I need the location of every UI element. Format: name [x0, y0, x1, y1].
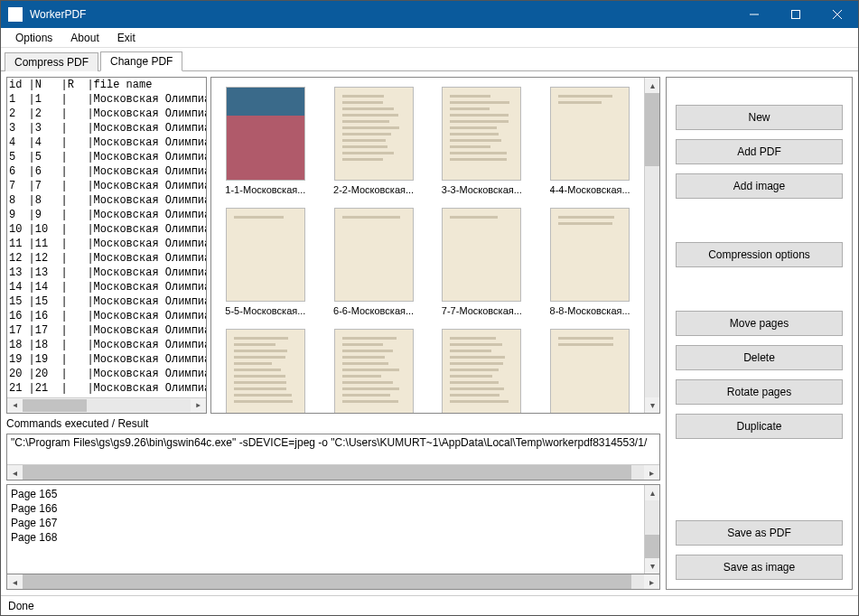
page-list[interactable]: id |N |R |file name 1 |1 | |Московская О…: [6, 77, 207, 414]
result-output[interactable]: Page 165Page 166Page 167Page 168 ▴ ▾: [6, 484, 660, 574]
commands-label: Commands executed / Result: [6, 417, 660, 430]
command-output[interactable]: "C:\Program Files\gs\gs9.26\bin\gswin64c…: [6, 434, 660, 481]
menu-bar: Options About Exit: [1, 28, 858, 48]
move-pages-button[interactable]: Move pages: [676, 311, 843, 336]
thumbnail-item[interactable]: 5-5-Московская...: [215, 208, 316, 316]
menu-exit[interactable]: Exit: [108, 30, 145, 46]
scroll-up-icon[interactable]: ▴: [645, 78, 659, 93]
result-line: Page 165: [11, 487, 640, 501]
menu-options[interactable]: Options: [6, 30, 61, 46]
save-as-pdf-button[interactable]: Save as PDF: [676, 520, 843, 546]
page-thumbnail[interactable]: [550, 329, 630, 413]
result-line: Page 167: [11, 516, 640, 530]
thumbnail-label: 2-2-Московская...: [333, 184, 414, 195]
page-thumbnail[interactable]: [550, 208, 630, 302]
result-line: Page 168: [11, 530, 640, 545]
thumbnail-item[interactable]: 8-8-Московская...: [539, 208, 640, 316]
rotate-pages-button[interactable]: Rotate pages: [676, 379, 843, 405]
tab-bar: Compress PDF Change PDF: [1, 50, 858, 71]
thumbnail-label: 5-5-Московская...: [225, 305, 305, 316]
page-thumbnail[interactable]: [334, 329, 414, 413]
command-hscroll[interactable]: ◂ ▸: [7, 464, 659, 480]
new-button[interactable]: New: [676, 105, 843, 130]
app-icon: [8, 7, 23, 22]
minimize-button[interactable]: [733, 1, 775, 28]
tab-change-pdf[interactable]: Change PDF: [100, 51, 182, 71]
thumbnail-label: 3-3-Московская...: [442, 184, 522, 195]
thumbnail-item[interactable]: 2-2-Московская...: [323, 87, 425, 195]
titlebar: WorkerPDF: [1, 1, 858, 28]
page-thumbnail[interactable]: [442, 329, 521, 413]
duplicate-button[interactable]: Duplicate: [676, 414, 843, 439]
scroll-down-icon[interactable]: ▾: [645, 397, 659, 413]
page-thumbnail[interactable]: [226, 208, 305, 302]
add-image-button[interactable]: Add image: [676, 173, 843, 199]
actions-panel: New Add PDF Add image Compression option…: [666, 77, 853, 590]
scroll-up-icon[interactable]: ▴: [645, 485, 659, 500]
scroll-right-icon[interactable]: ▸: [191, 398, 206, 413]
thumbnail-item[interactable]: 1-1-Московская...: [215, 87, 316, 195]
scroll-right-icon[interactable]: ▸: [644, 465, 659, 480]
delete-button[interactable]: Delete: [676, 345, 843, 370]
thumbnail-label: 6-6-Московская...: [333, 305, 414, 316]
thumbnail-item[interactable]: 10-10-Московск...: [323, 329, 425, 413]
thumbnail-item[interactable]: 3-3-Московская...: [432, 87, 533, 195]
menu-about[interactable]: About: [61, 30, 107, 46]
add-pdf-button[interactable]: Add PDF: [676, 139, 843, 164]
page-thumbnail[interactable]: [226, 87, 305, 181]
maximize-button[interactable]: [775, 1, 817, 28]
scroll-right-icon[interactable]: ▸: [644, 574, 659, 589]
scroll-down-icon[interactable]: ▾: [645, 558, 659, 574]
thumbnail-item[interactable]: 9-9-Московская...: [215, 329, 316, 413]
scroll-left-icon[interactable]: ◂: [7, 465, 23, 480]
thumbnail-label: 4-4-Московская...: [550, 184, 630, 195]
scroll-left-icon[interactable]: ◂: [7, 574, 23, 589]
page-list-hscroll[interactable]: ◂ ▸: [7, 397, 206, 413]
status-bar: Done: [1, 595, 858, 615]
thumbnail-item[interactable]: 11-11-Московск...: [432, 329, 533, 413]
close-button[interactable]: [817, 1, 858, 28]
thumbnail-label: 8-8-Московская...: [550, 305, 630, 316]
thumbnail-item[interactable]: 7-7-Московская...: [432, 208, 533, 316]
page-thumbnail[interactable]: [226, 329, 305, 413]
save-as-image-button[interactable]: Save as image: [676, 555, 843, 580]
thumbnail-label: 7-7-Московская...: [442, 305, 522, 316]
window-title: WorkerPDF: [30, 8, 733, 21]
result-vscroll[interactable]: ▴ ▾: [644, 485, 659, 574]
command-text: "C:\Program Files\gs\gs9.26\bin\gswin64c…: [7, 434, 659, 464]
page-thumbnail[interactable]: [334, 208, 414, 302]
page-thumbnail[interactable]: [334, 87, 414, 181]
scroll-left-icon[interactable]: ◂: [7, 398, 23, 413]
thumbnail-item[interactable]: 6-6-Московская...: [323, 208, 425, 316]
page-thumbnail[interactable]: [550, 87, 630, 181]
thumbnail-item[interactable]: 4-4-Московская...: [539, 87, 640, 195]
tab-compress-pdf[interactable]: Compress PDF: [5, 52, 98, 71]
thumbnail-item[interactable]: 12-12-Московск...: [539, 329, 640, 413]
page-thumbnail[interactable]: [442, 87, 521, 181]
thumbnail-label: 1-1-Московская...: [225, 184, 305, 195]
page-thumbnail[interactable]: [442, 208, 521, 302]
thumbnail-pane: 1-1-Московская...2-2-Московская...3-3-Мо…: [210, 77, 660, 414]
compression-options-button[interactable]: Compression options: [676, 242, 843, 267]
result-line: Page 166: [11, 501, 640, 516]
thumbs-vscroll[interactable]: ▴ ▾: [644, 78, 659, 413]
svg-rect-1: [792, 11, 800, 19]
result-hscroll[interactable]: ◂ ▸: [6, 574, 660, 590]
status-text: Done: [8, 600, 34, 612]
